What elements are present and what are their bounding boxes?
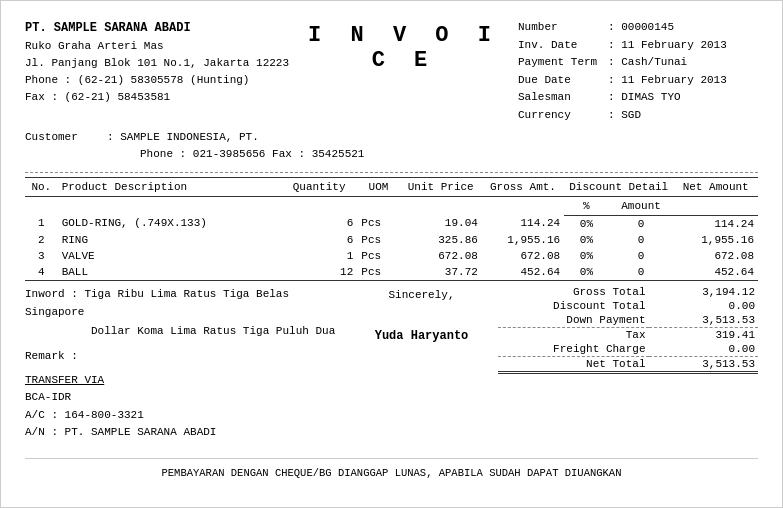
row-qty: 12 — [281, 264, 357, 281]
meta-currency-value: : SGD — [608, 107, 641, 125]
table-row: 3 VALVE 1 Pcs 672.08 672.08 0% 0 672.08 — [25, 248, 758, 264]
row-uom: Pcs — [357, 264, 399, 281]
row-uom: Pcs — [357, 248, 399, 264]
footer-section: Inword : Tiga Ribu Lima Ratus Tiga Belas… — [25, 285, 758, 442]
customer-colon — [95, 129, 107, 164]
table-row: 2 RING 6 Pcs 325.86 1,955.16 0% 0 1,955.… — [25, 232, 758, 248]
customer-label: Customer — [25, 129, 95, 164]
discount-total-value: 0.00 — [649, 299, 758, 313]
freight-label: Freight Charge — [498, 342, 649, 357]
row-gross-amt: 114.24 — [482, 215, 564, 232]
customer-contact: Phone : 021-3985656 Fax : 35425521 — [107, 146, 364, 164]
row-net-amount: 114.24 — [673, 215, 758, 232]
items-tbody: 1 GOLD-RING, (.749X.133) 6 Pcs 19.04 114… — [25, 215, 758, 280]
th-gross-amt: Gross Amt. — [482, 177, 564, 196]
totals-discount: Discount Total 0.00 — [498, 299, 758, 313]
row-gross-amt: 452.64 — [482, 264, 564, 281]
row-desc: VALVE — [58, 248, 281, 264]
row-unit-price: 37.72 — [400, 264, 482, 281]
meta-salesman: Salesman : DIMAS TYO — [518, 89, 758, 107]
divider-top — [25, 172, 758, 173]
row-desc: GOLD-RING, (.749X.133) — [58, 215, 281, 232]
company-address2: Jl. Panjang Blok 101 No.1, Jakarta 12223 — [25, 55, 289, 72]
signatory: Yuda Haryanto — [375, 329, 469, 343]
row-disc-pct: 0% — [564, 264, 609, 281]
footer-note: PEMBAYARAN DENGAN CHEQUE/BG DIANGGAP LUN… — [25, 458, 758, 479]
tax-label: Tax — [498, 327, 649, 342]
th-discount-detail: Discount Detail — [564, 177, 673, 196]
remark-label: Remark : — [25, 350, 78, 362]
meta-salesman-label: Salesman — [518, 89, 608, 107]
row-disc-amt: 0 — [609, 248, 674, 264]
meta-salesman-value: : DIMAS TYO — [608, 89, 681, 107]
row-desc: RING — [58, 232, 281, 248]
row-net-amount: 1,955.16 — [673, 232, 758, 248]
row-disc-amt: 0 — [609, 264, 674, 281]
sincerely-text: Sincerely, — [375, 289, 469, 301]
th-disc-pct: % — [564, 196, 609, 215]
footer-left: Inword : Tiga Ribu Lima Ratus Tiga Belas… — [25, 285, 345, 442]
th-net-amount: Net Amount — [673, 177, 758, 196]
meta-inv-date: Inv. Date : 11 February 2013 — [518, 37, 758, 55]
row-unit-price: 672.08 — [400, 248, 482, 264]
meta-due-date: Due Date : 11 February 2013 — [518, 72, 758, 90]
row-qty: 1 — [281, 248, 357, 264]
meta-inv-date-value: : 11 February 2013 — [608, 37, 727, 55]
meta-payment-term-value: : Cash/Tunai — [608, 54, 687, 72]
row-no: 3 — [25, 248, 58, 264]
row-unit-price: 19.04 — [400, 215, 482, 232]
table-header-row: No. Product Description Quantity UOM Uni… — [25, 177, 758, 196]
transfer-ac: A/C : 164-800-3321 — [25, 407, 345, 425]
meta-number: Number : 00000145 — [518, 19, 758, 37]
table-subheader-row: % Amount — [25, 196, 758, 215]
totals-gross: Gross Total 3,194.12 — [498, 285, 758, 299]
totals-down-payment: Down Payment 3,513.53 — [498, 313, 758, 328]
th-no: No. — [25, 177, 58, 196]
row-desc: BALL — [58, 264, 281, 281]
transfer-section: TRANSFER VIA BCA-IDR A/C : 164-800-3321 … — [25, 372, 345, 442]
totals-net: Net Total 3,513.53 — [498, 356, 758, 372]
meta-currency-label: Currency — [518, 107, 608, 125]
down-payment-label: Down Payment — [498, 313, 649, 328]
row-net-amount: 452.64 — [673, 264, 758, 281]
gross-total-value: 3,194.12 — [649, 285, 758, 299]
invoice-title: I N V O I C E — [289, 19, 518, 73]
table-row: 1 GOLD-RING, (.749X.133) 6 Pcs 19.04 114… — [25, 215, 758, 232]
row-gross-amt: 672.08 — [482, 248, 564, 264]
row-disc-amt: 0 — [609, 215, 674, 232]
meta-inv-date-label: Inv. Date — [518, 37, 608, 55]
company-info: PT. SAMPLE SARANA ABADI Ruko Graha Arter… — [25, 19, 289, 106]
totals-section: Gross Total 3,194.12 Discount Total 0.00… — [498, 285, 758, 442]
row-qty: 6 — [281, 232, 357, 248]
company-address1: Ruko Graha Arteri Mas — [25, 38, 289, 55]
row-no: 2 — [25, 232, 58, 248]
company-phone: Phone : (62-21) 58305578 (Hunting) — [25, 72, 289, 89]
inword-label: Inword : — [25, 288, 78, 300]
row-no: 1 — [25, 215, 58, 232]
th-uom: UOM — [357, 177, 399, 196]
th-unit-price: Unit Price — [400, 177, 482, 196]
meta-due-date-value: : 11 February 2013 — [608, 72, 727, 90]
row-gross-amt: 1,955.16 — [482, 232, 564, 248]
sincerely-section: Sincerely, Yuda Haryanto — [375, 285, 469, 442]
meta-number-value: : 00000145 — [608, 19, 674, 37]
totals-table: Gross Total 3,194.12 Discount Total 0.00… — [498, 285, 758, 374]
customer-name: : SAMPLE INDONESIA, PT. — [107, 129, 364, 147]
down-payment-value: 3,513.53 — [649, 313, 758, 328]
row-disc-pct: 0% — [564, 232, 609, 248]
inword-text2: Dollar Koma Lima Ratus Tiga Puluh Dua — [91, 325, 335, 337]
customer-detail: : SAMPLE INDONESIA, PT. Phone : 021-3985… — [107, 129, 364, 164]
items-table: No. Product Description Quantity UOM Uni… — [25, 177, 758, 281]
meta-due-date-label: Due Date — [518, 72, 608, 90]
th-desc: Product Description — [58, 177, 281, 196]
company-fax: Fax : (62-21) 58453581 — [25, 89, 289, 106]
row-disc-pct: 0% — [564, 248, 609, 264]
row-net-amount: 672.08 — [673, 248, 758, 264]
row-uom: Pcs — [357, 215, 399, 232]
row-qty: 6 — [281, 215, 357, 232]
header-section: PT. SAMPLE SARANA ABADI Ruko Graha Arter… — [25, 19, 758, 125]
meta-currency: Currency : SGD — [518, 107, 758, 125]
th-qty: Quantity — [281, 177, 357, 196]
meta-payment-term-label: Payment Term — [518, 54, 608, 72]
totals-freight: Freight Charge 0.00 — [498, 342, 758, 357]
